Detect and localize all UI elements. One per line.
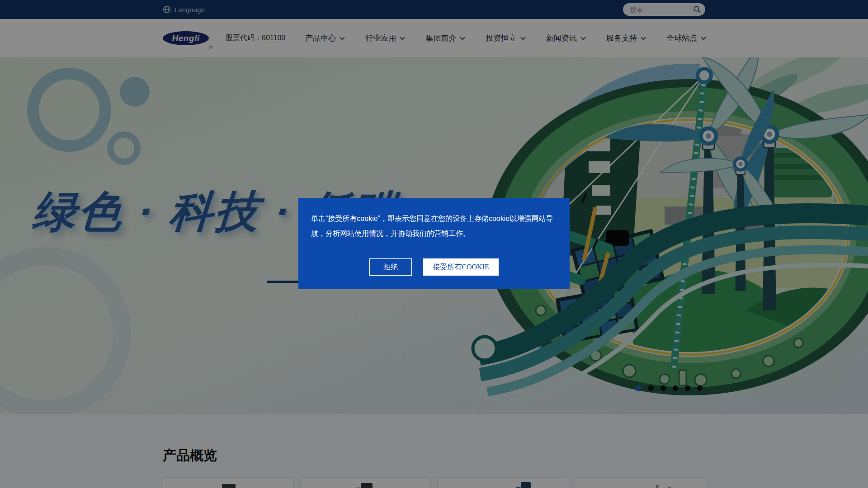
reject-cookies-button[interactable]: 拒绝 [369, 258, 412, 276]
cookie-actions: 拒绝 接受所有COOKIE [298, 258, 570, 276]
accept-all-cookies-button[interactable]: 接受所有COOKIE [423, 258, 498, 276]
cookie-message: 单击“接受所有cookie”，即表示您同意在您的设备上存储cookie以增强网站… [311, 211, 559, 241]
cookie-consent-dialog: 单击“接受所有cookie”，即表示您同意在您的设备上存储cookie以增强网站… [298, 198, 570, 289]
